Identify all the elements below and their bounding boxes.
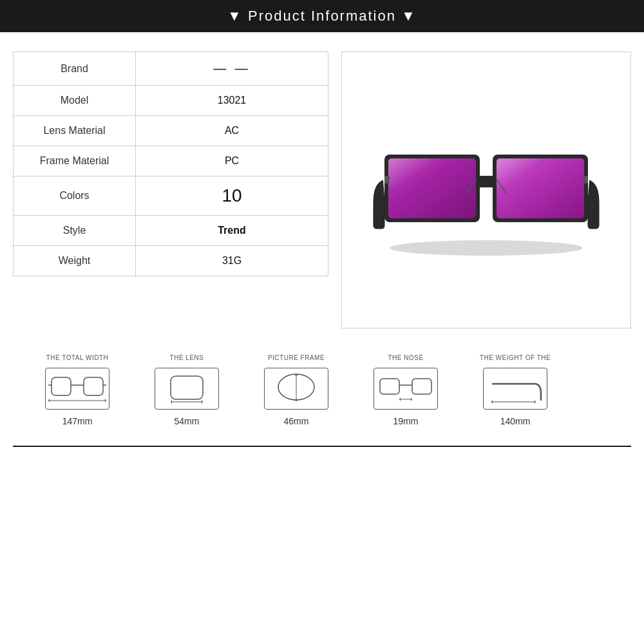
arm-label: THE WEIGHT OF THE: [480, 354, 551, 361]
weight-label: Weight: [14, 246, 136, 276]
sunglasses-illustration: [370, 119, 602, 261]
lens-value: 54mm: [175, 416, 200, 426]
total-width-svg: [48, 371, 106, 406]
colors-label: Colors: [14, 176, 136, 216]
svg-rect-8: [384, 176, 390, 184]
svg-rect-3: [477, 176, 496, 187]
brand-label: Brand: [14, 52, 136, 86]
total-width-value: 147mm: [62, 416, 93, 426]
svg-rect-7: [497, 158, 540, 188]
svg-marker-31: [411, 397, 412, 401]
measurement-arm: THE WEIGHT OF THE 140mm: [464, 354, 567, 426]
model-label: Model: [14, 86, 136, 116]
measurement-total-width: THE TOTAL WIDTH 147: [26, 354, 129, 426]
colors-value: 10: [136, 176, 328, 216]
svg-marker-16: [48, 399, 50, 402]
svg-rect-9: [583, 176, 588, 184]
model-value: 13021: [136, 86, 328, 116]
style-value: Trend: [136, 216, 328, 246]
arm-svg: [486, 371, 544, 406]
svg-marker-33: [491, 400, 493, 404]
product-image-wrapper: [341, 52, 631, 328]
nose-label: THE NOSE: [388, 354, 423, 361]
svg-marker-17: [105, 399, 106, 402]
svg-rect-10: [52, 377, 71, 395]
product-info-table: Brand — — Model 13021 Lens Material AC F…: [13, 52, 328, 276]
frame-material-label: Frame Material: [14, 146, 136, 176]
brand-value: — —: [136, 52, 328, 86]
header-title: ▼ Product Information ▼: [227, 8, 417, 24]
svg-point-0: [390, 240, 583, 256]
nose-svg: [377, 371, 435, 406]
measurement-picture-frame: PICTURE FRAME 46mm: [245, 354, 348, 426]
measurement-lens: THE LENS 54mm: [135, 354, 238, 426]
measurements-section: THE TOTAL WIDTH 147: [0, 341, 644, 439]
lens-material-label: Lens Material: [14, 116, 136, 146]
svg-marker-34: [535, 400, 536, 404]
page-header: ▼ Product Information ▼: [0, 0, 644, 32]
picture-frame-diagram: [264, 368, 328, 410]
table-row: Lens Material AC: [14, 116, 328, 146]
lens-label: THE LENS: [170, 354, 204, 361]
svg-marker-20: [171, 400, 172, 404]
table-row: Weight 31G: [14, 246, 328, 276]
style-label: Style: [14, 216, 136, 246]
nose-diagram: [374, 368, 438, 410]
measurements-row: THE TOTAL WIDTH 147: [13, 354, 631, 426]
total-width-diagram: [45, 368, 109, 410]
lens-material-value: AC: [136, 116, 328, 146]
svg-rect-27: [412, 379, 431, 394]
table-row: Model 13021: [14, 86, 328, 116]
arm-value: 140mm: [500, 416, 531, 426]
table-row: Frame Material PC: [14, 146, 328, 176]
svg-rect-18: [171, 376, 203, 399]
table-row: Brand — —: [14, 52, 328, 86]
picture-frame-value: 46mm: [284, 416, 309, 426]
lens-diagram: [155, 368, 219, 410]
picture-frame-svg: [267, 371, 325, 406]
lens-svg: [158, 371, 216, 406]
svg-marker-30: [399, 397, 401, 401]
table-row: Style Trend: [14, 216, 328, 246]
picture-frame-label: PICTURE FRAME: [268, 354, 325, 361]
info-table-wrapper: Brand — — Model 13021 Lens Material AC F…: [13, 52, 328, 328]
main-content: Brand — — Model 13021 Lens Material AC F…: [0, 32, 644, 341]
svg-rect-26: [380, 379, 399, 394]
bottom-divider: [13, 446, 631, 447]
arm-diagram: [483, 368, 547, 410]
nose-value: 19mm: [393, 416, 419, 426]
svg-marker-25: [294, 400, 298, 401]
table-row: Colors 10: [14, 176, 328, 216]
svg-rect-5: [388, 158, 432, 188]
total-width-label: THE TOTAL WIDTH: [46, 354, 109, 361]
svg-rect-11: [84, 377, 103, 395]
frame-material-value: PC: [136, 146, 328, 176]
measurement-nose: THE NOSE 19mm: [354, 354, 457, 426]
svg-marker-21: [202, 400, 203, 404]
weight-value: 31G: [136, 246, 328, 276]
